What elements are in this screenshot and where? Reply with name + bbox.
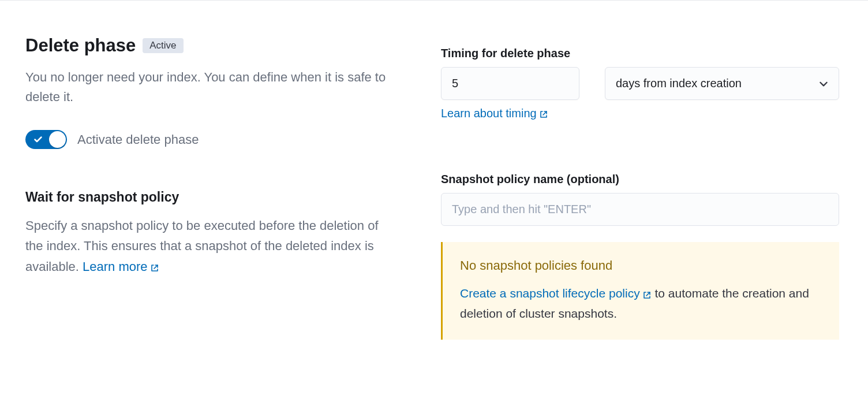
external-link-icon [642, 285, 652, 304]
delete-phase-header: Delete phase Active [25, 35, 395, 56]
external-link-icon [150, 257, 159, 277]
callout-title: No snapshot policies found [460, 258, 821, 273]
wait-snapshot-title: Wait for snapshot policy [25, 189, 395, 205]
phase-description: You no longer need your index. You can d… [25, 68, 395, 107]
check-icon [33, 135, 43, 144]
learn-about-timing-link[interactable]: Learn about timing [441, 107, 548, 120]
phase-title: Delete phase [25, 35, 136, 56]
activate-delete-phase-toggle[interactable] [25, 130, 67, 149]
wait-snapshot-desc-text: Specify a snapshot policy to be executed… [25, 218, 379, 273]
wait-snapshot-description: Specify a snapshot policy to be executed… [25, 215, 395, 277]
external-link-icon [539, 107, 548, 121]
snapshot-policy-name-label: Snapshot policy name (optional) [441, 173, 839, 186]
snapshot-policy-name-input[interactable] [441, 193, 839, 226]
no-snapshot-policies-callout: No snapshot policies found Create a snap… [441, 242, 839, 340]
callout-body: Create a snapshot lifecycle policy to au… [460, 284, 821, 323]
learn-more-link[interactable]: Learn more [83, 259, 159, 274]
toggle-thumb [49, 131, 66, 148]
toggle-label: Activate delete phase [77, 132, 199, 147]
timing-label: Timing for delete phase [441, 47, 839, 60]
timing-value-input[interactable] [441, 67, 579, 100]
timing-unit-select[interactable]: days from index creation [605, 67, 839, 100]
create-snapshot-policy-link[interactable]: Create a snapshot lifecycle policy [460, 287, 652, 300]
status-badge: Active [143, 38, 183, 53]
